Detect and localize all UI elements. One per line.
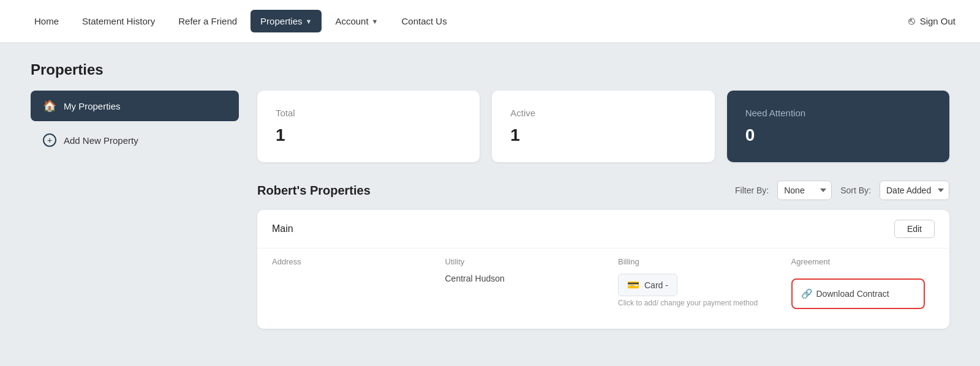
stat-card-attention: Need Attention 0: [727, 91, 949, 162]
sidebar-item-my-properties[interactable]: 🏠 My Properties: [31, 91, 239, 121]
filter-label: Filter By:: [735, 185, 769, 195]
page-title: Properties: [31, 61, 949, 78]
edit-button[interactable]: Edit: [894, 220, 935, 238]
billing-hint: Click to add/ change your payment method: [618, 299, 762, 307]
filter-select[interactable]: None Active Inactive: [777, 181, 832, 200]
billing-col: Billing 💳 Card - Click to add/ change yo…: [603, 248, 777, 329]
nav-home[interactable]: Home: [24, 10, 69, 32]
section-header: Robert's Properties Filter By: None Acti…: [257, 181, 949, 200]
nav-properties[interactable]: Properties ▼: [251, 10, 322, 32]
credit-card-icon: 💳: [627, 279, 639, 291]
sort-select[interactable]: Date Added Name Status: [880, 181, 949, 200]
stats-row: Total 1 Active 1 Need Attention 0: [257, 91, 949, 162]
nav-items: Home Statement History Refer a Friend Pr…: [24, 10, 908, 32]
address-value: [257, 270, 431, 286]
nav-contact-us[interactable]: Contact Us: [391, 10, 456, 32]
active-value: 1: [510, 125, 696, 145]
properties-dropdown-icon: ▼: [305, 18, 312, 25]
billing-header: Billing: [603, 248, 777, 270]
stat-card-total: Total 1: [257, 91, 480, 162]
content-layout: 🏠 My Properties + Add New Property Total…: [31, 91, 949, 329]
download-contract-button[interactable]: 🔗 Download Contract: [801, 286, 889, 302]
signout-icon: ⎋: [908, 15, 915, 28]
property-card-header: Main Edit: [257, 210, 949, 248]
total-label: Total: [276, 108, 461, 118]
sidebar-item-add-property[interactable]: + Add New Property: [31, 125, 239, 155]
property-table: Address Utility Central Hudson Billing 💳: [257, 248, 949, 329]
utility-col: Utility Central Hudson: [431, 248, 604, 329]
billing-value: 💳 Card - Click to add/ change your payme…: [603, 270, 777, 319]
utility-header: Utility: [431, 248, 604, 270]
address-header: Address: [257, 248, 431, 270]
navbar: Home Statement History Refer a Friend Pr…: [0, 0, 980, 43]
account-dropdown-icon: ▼: [372, 18, 379, 25]
billing-card-box[interactable]: 💳 Card -: [618, 274, 677, 296]
agreement-header: Agreement: [777, 248, 950, 270]
nav-statement-history[interactable]: Statement History: [72, 10, 165, 32]
link-icon: 🔗: [801, 288, 813, 299]
sort-label: Sort By:: [840, 185, 871, 195]
attention-label: Need Attention: [745, 108, 931, 118]
stat-card-active: Active 1: [492, 91, 714, 162]
agreement-highlighted-box: 🔗 Download Contract: [791, 278, 925, 309]
main-content: Properties 🏠 My Properties + Add New Pro…: [0, 43, 980, 347]
section-title: Robert's Properties: [257, 184, 371, 198]
home-icon: 🏠: [43, 99, 56, 113]
sidebar: 🏠 My Properties + Add New Property: [31, 91, 239, 329]
property-name: Main: [272, 223, 293, 234]
add-icon: +: [43, 133, 56, 147]
agreement-value: 🔗 Download Contract: [777, 270, 950, 329]
address-col: Address: [257, 248, 431, 329]
attention-value: 0: [745, 125, 931, 145]
agreement-col-wrapper: Agreement 🔗 Download Contract: [777, 248, 950, 329]
active-label: Active: [510, 108, 696, 118]
property-card: Main Edit Address Utility Central Hudson: [257, 210, 949, 329]
utility-value: Central Hudson: [431, 270, 604, 296]
nav-account[interactable]: Account ▼: [325, 10, 388, 32]
sign-out-button[interactable]: ⎋ Sign Out: [908, 15, 956, 28]
nav-refer-friend[interactable]: Refer a Friend: [168, 10, 247, 32]
total-value: 1: [276, 125, 461, 145]
right-content: Total 1 Active 1 Need Attention 0 Robert…: [257, 91, 949, 329]
filter-sort-controls: Filter By: None Active Inactive Sort By:…: [735, 181, 949, 200]
